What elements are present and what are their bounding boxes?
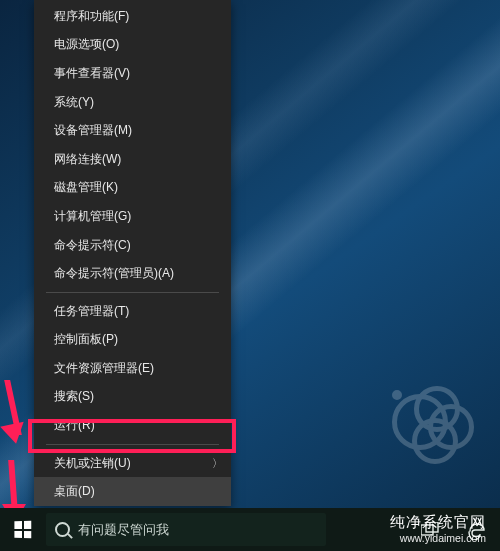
- menu-item-label: 程序和功能(F): [54, 8, 231, 25]
- task-view-button[interactable]: [408, 508, 454, 551]
- menu-item-desktop[interactable]: 桌面(D): [34, 477, 231, 506]
- menu-item-label: 系统(Y): [54, 94, 231, 111]
- taskbar: 有问题尽管问我: [0, 508, 500, 551]
- menu-item-run[interactable]: 运行(R): [34, 411, 231, 440]
- menu-item-label: 控制面板(P): [54, 331, 231, 348]
- menu-item-computer-management[interactable]: 计算机管理(G): [34, 202, 231, 231]
- menu-item-label: 命令提示符(管理员)(A): [54, 265, 231, 282]
- search-placeholder: 有问题尽管问我: [78, 521, 169, 539]
- menu-item-label: 网络连接(W): [54, 151, 231, 168]
- menu-item-label: 任务管理器(T): [54, 303, 231, 320]
- taskbar-pinned-apps: [408, 508, 500, 551]
- menu-item-label: 命令提示符(C): [54, 237, 231, 254]
- menu-item-label: 计算机管理(G): [54, 208, 231, 225]
- menu-item-power-options[interactable]: 电源选项(O): [34, 31, 231, 60]
- menu-item-device-manager[interactable]: 设备管理器(M): [34, 116, 231, 145]
- cortana-icon: [55, 522, 70, 537]
- menu-item-task-manager[interactable]: 任务管理器(T): [34, 297, 231, 326]
- menu-item-label: 关机或注销(U): [54, 455, 203, 472]
- windows-logo-icon: [14, 521, 31, 539]
- menu-item-system[interactable]: 系统(Y): [34, 88, 231, 117]
- menu-item-disk-management[interactable]: 磁盘管理(K): [34, 174, 231, 203]
- start-button[interactable]: [0, 508, 44, 551]
- menu-item-label: 磁盘管理(K): [54, 179, 231, 196]
- menu-item-file-explorer[interactable]: 文件资源管理器(E): [34, 354, 231, 383]
- menu-item-control-panel[interactable]: 控制面板(P): [34, 325, 231, 354]
- menu-item-programs-features[interactable]: 程序和功能(F): [34, 2, 231, 31]
- edge-browser-button[interactable]: [454, 508, 500, 551]
- taskbar-search[interactable]: 有问题尽管问我: [46, 513, 326, 546]
- svg-rect-0: [421, 525, 433, 535]
- menu-item-label: 搜索(S): [54, 388, 231, 405]
- winx-context-menu: 程序和功能(F) 电源选项(O) 事件查看器(V) 系统(Y) 设备管理器(M)…: [34, 0, 231, 506]
- menu-item-event-viewer[interactable]: 事件查看器(V): [34, 59, 231, 88]
- menu-item-command-prompt-admin[interactable]: 命令提示符(管理员)(A): [34, 259, 231, 288]
- menu-item-label: 运行(R): [54, 417, 231, 434]
- menu-item-label: 设备管理器(M): [54, 122, 231, 139]
- menu-separator: [46, 444, 219, 445]
- menu-separator: [46, 292, 219, 293]
- menu-item-label: 文件资源管理器(E): [54, 360, 231, 377]
- chevron-right-icon: 〉: [203, 456, 231, 471]
- menu-item-label: 桌面(D): [54, 483, 231, 500]
- menu-item-label: 事件查看器(V): [54, 65, 231, 82]
- menu-item-shutdown-signout[interactable]: 关机或注销(U) 〉: [34, 449, 231, 478]
- menu-item-command-prompt[interactable]: 命令提示符(C): [34, 231, 231, 260]
- menu-item-search[interactable]: 搜索(S): [34, 383, 231, 412]
- menu-item-label: 电源选项(O): [54, 36, 231, 53]
- watermark-paw: [392, 390, 478, 480]
- menu-item-network-connections[interactable]: 网络连接(W): [34, 145, 231, 174]
- svg-rect-1: [426, 522, 438, 532]
